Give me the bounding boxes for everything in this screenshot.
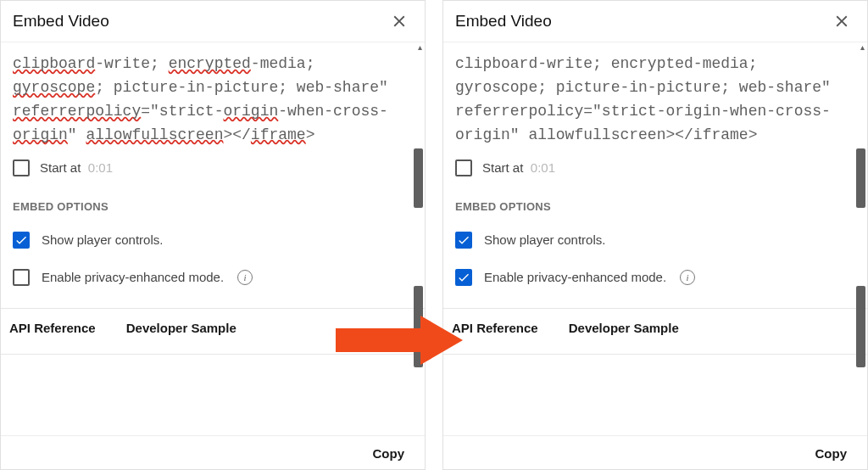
start-at-row: Start at 0:01 (1, 154, 425, 192)
divider (443, 354, 867, 355)
close-button[interactable] (830, 9, 854, 33)
dialog-title: Embed Video (13, 12, 109, 31)
copy-row: Copy (1, 435, 425, 469)
embed-dialog-after: Embed Video ▴ clipboard-write; encrypted… (442, 0, 868, 470)
start-at-text: Start at (482, 160, 523, 175)
reference-links-row: API Reference Developer Sample (443, 309, 867, 347)
start-at-label: Start at 0:01 (40, 160, 113, 176)
copy-button[interactable]: Copy (815, 446, 848, 461)
show-controls-label: Show player controls. (42, 232, 163, 247)
start-at-time-input[interactable]: 0:01 (531, 160, 555, 175)
textarea-scrollbar[interactable] (856, 148, 865, 208)
privacy-mode-checkbox[interactable] (13, 269, 30, 286)
show-controls-row: Show player controls. (443, 227, 867, 264)
close-button[interactable] (387, 9, 411, 33)
check-icon (14, 233, 28, 247)
close-icon (390, 12, 409, 31)
privacy-mode-row: Enable privacy-enhanced mode. i (1, 264, 425, 301)
developer-sample-link[interactable]: Developer Sample (569, 321, 679, 335)
textarea-scrollbar[interactable] (414, 148, 423, 208)
show-controls-label: Show player controls. (484, 232, 605, 247)
privacy-mode-row: Enable privacy-enhanced mode. i (443, 264, 867, 301)
annotation-arrow-icon (336, 316, 463, 365)
dialog-header: Embed Video (1, 1, 425, 42)
embed-dialog-before: Embed Video ▴ clipboard-write; encrypted… (0, 0, 426, 470)
info-icon[interactable]: i (680, 270, 695, 285)
copy-row: Copy (443, 435, 867, 469)
dialog-scrollbar[interactable] (856, 286, 865, 367)
embed-code-textarea[interactable]: clipboard-write; encrypted-media; gyrosc… (1, 42, 425, 154)
show-controls-checkbox[interactable] (13, 232, 30, 249)
api-reference-link[interactable]: API Reference (9, 321, 96, 335)
privacy-mode-label: Enable privacy-enhanced mode. (42, 270, 224, 284)
dialog-title: Embed Video (455, 12, 552, 31)
start-at-label: Start at 0:01 (482, 160, 555, 176)
copy-button[interactable]: Copy (373, 446, 405, 461)
check-icon (457, 233, 470, 247)
developer-sample-link[interactable]: Developer Sample (126, 321, 236, 335)
info-icon[interactable]: i (237, 270, 253, 285)
show-controls-row: Show player controls. (1, 227, 425, 264)
embed-options-heading: EMBED OPTIONS (1, 192, 425, 227)
embed-options-heading: EMBED OPTIONS (443, 192, 867, 227)
start-at-checkbox[interactable] (455, 159, 472, 176)
check-icon (457, 271, 470, 284)
privacy-mode-checkbox[interactable] (455, 269, 472, 286)
close-icon (832, 12, 851, 31)
start-at-row: Start at 0:01 (443, 154, 867, 192)
api-reference-link[interactable]: API Reference (452, 321, 538, 335)
dialog-header: Embed Video (443, 1, 867, 42)
start-at-checkbox[interactable] (13, 159, 30, 176)
svg-marker-0 (336, 316, 463, 365)
privacy-mode-label: Enable privacy-enhanced mode. (484, 270, 666, 284)
start-at-time-input[interactable]: 0:01 (88, 160, 113, 175)
embed-code-textarea[interactable]: clipboard-write; encrypted-media; gyrosc… (443, 42, 867, 154)
start-at-text: Start at (40, 160, 81, 175)
show-controls-checkbox[interactable] (455, 232, 472, 249)
